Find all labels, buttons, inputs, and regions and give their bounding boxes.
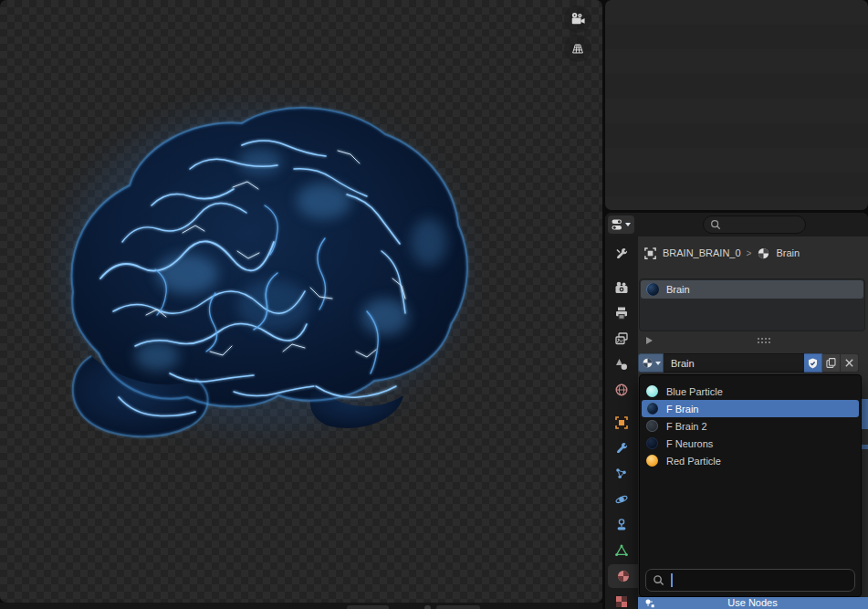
material-option-label: Red Particle xyxy=(666,456,721,467)
physics-icon xyxy=(614,492,629,507)
browse-material-button[interactable] xyxy=(638,353,664,373)
properties-editor-icon xyxy=(612,218,624,232)
material-preview-orange-icon xyxy=(646,455,658,467)
particles-icon xyxy=(614,467,629,481)
material-option-label: Blue Particle xyxy=(666,386,723,397)
properties-search-field[interactable] xyxy=(703,215,806,234)
texture-icon xyxy=(614,594,629,609)
panel-expand-arrow-icon[interactable] xyxy=(646,337,653,344)
material-datablock-row: Brain xyxy=(638,353,859,373)
breadcrumb-separator: > xyxy=(747,248,752,258)
world-icon xyxy=(614,383,629,397)
material-sphere-icon xyxy=(757,247,770,260)
properties-header xyxy=(605,213,868,236)
search-icon xyxy=(710,219,721,230)
scene-icon xyxy=(614,357,629,372)
brain-render xyxy=(46,78,484,452)
tab-object[interactable] xyxy=(605,411,638,435)
breadcrumb: BRAIN_BRAIN_0 > Brain xyxy=(643,244,800,262)
properties-tab-rail xyxy=(605,236,638,609)
output-icon xyxy=(614,306,629,320)
text-cursor xyxy=(671,573,673,587)
copy-icon xyxy=(825,357,837,369)
material-sphere-icon xyxy=(642,357,654,369)
material-preview-dark-blue-icon xyxy=(646,403,658,415)
empty-editor-panel xyxy=(605,0,868,210)
material-option-red-particle[interactable]: Red Particle xyxy=(642,452,859,469)
material-name-value: Brain xyxy=(671,358,695,369)
close-icon xyxy=(844,358,854,368)
viewport-3d[interactable] xyxy=(0,0,602,603)
tab-texture[interactable] xyxy=(605,590,638,609)
tab-output[interactable] xyxy=(605,301,638,325)
material-slot-label: Brain xyxy=(666,284,690,295)
shield-check-icon xyxy=(807,357,819,370)
material-search-field[interactable] xyxy=(645,569,855,592)
constraints-icon xyxy=(614,518,629,532)
fake-user-shield-button[interactable] xyxy=(804,353,822,373)
blender-window: BRAIN_BRAIN_0 > Brain Brain xyxy=(0,0,868,609)
panel-grip-handle[interactable] xyxy=(757,337,770,343)
chevron-down-icon xyxy=(655,362,661,365)
tool-icon xyxy=(614,247,629,261)
material-preview-icon xyxy=(646,283,659,296)
tab-physics[interactable] xyxy=(605,488,638,511)
material-icon xyxy=(616,569,631,583)
editor-type-button[interactable] xyxy=(608,215,634,234)
tab-material[interactable] xyxy=(608,564,638,588)
material-option-label: F Neurons xyxy=(666,438,713,449)
tab-world[interactable] xyxy=(605,378,638,402)
breadcrumb-object[interactable]: BRAIN_BRAIN_0 xyxy=(663,247,741,258)
material-nodes-icon xyxy=(644,598,655,609)
camera-view-gizmo[interactable] xyxy=(564,5,591,33)
tab-view-layer[interactable] xyxy=(605,327,638,351)
material-option-f-neurons[interactable]: F Neurons xyxy=(642,435,859,452)
material-slots-list[interactable]: Brain xyxy=(639,278,865,331)
view-layer-icon xyxy=(614,331,629,346)
unlink-material-button[interactable] xyxy=(841,353,859,373)
material-slot-row[interactable]: Brain xyxy=(641,280,863,299)
tab-scene[interactable] xyxy=(605,352,638,376)
material-preview-grey-icon xyxy=(646,420,658,432)
render-icon xyxy=(614,280,629,295)
tab-object-data[interactable] xyxy=(605,539,638,562)
material-preview-cyan-icon xyxy=(646,385,658,397)
timeline-strip xyxy=(0,603,602,609)
object-icon xyxy=(614,415,629,430)
material-option-f-brain[interactable]: F Brain xyxy=(642,400,859,417)
tab-tool[interactable] xyxy=(605,242,638,266)
grid-floor-gizmo[interactable] xyxy=(564,35,591,62)
object-data-icon xyxy=(643,247,657,260)
use-nodes-label: Use Nodes xyxy=(655,597,850,609)
hidden-button-sliver xyxy=(862,445,868,449)
material-option-f-brain-2[interactable]: F Brain 2 xyxy=(642,417,859,435)
material-option-label: F Brain 2 xyxy=(666,421,707,432)
material-option-label: F Brain xyxy=(666,404,698,415)
tab-modifiers[interactable] xyxy=(605,436,638,460)
modifier-wrench-icon xyxy=(614,441,629,456)
hidden-button-sliver xyxy=(862,399,868,429)
material-option-blue-particle[interactable]: Blue Particle xyxy=(642,383,859,400)
grid-floor-icon xyxy=(570,40,586,57)
material-name-field[interactable]: Brain xyxy=(664,353,804,373)
tab-render[interactable] xyxy=(605,276,638,299)
mesh-data-icon xyxy=(614,543,629,558)
duplicate-material-button[interactable] xyxy=(822,353,841,373)
timeline-button-hint xyxy=(436,605,480,609)
timeline-dot-hint xyxy=(424,605,431,609)
tab-particles[interactable] xyxy=(605,462,638,486)
timeline-button-hint xyxy=(347,605,389,609)
camera-view-icon xyxy=(570,11,586,27)
material-preview-navy-icon xyxy=(646,437,658,449)
use-nodes-button[interactable]: Use Nodes xyxy=(638,597,868,609)
chevron-down-icon xyxy=(625,223,631,226)
breadcrumb-material[interactable]: Brain xyxy=(776,247,800,258)
material-select-dropdown: Blue Particle F Brain F Brain 2 F Neuron… xyxy=(639,374,862,597)
search-icon xyxy=(653,574,664,586)
tab-constraints[interactable] xyxy=(605,513,638,537)
